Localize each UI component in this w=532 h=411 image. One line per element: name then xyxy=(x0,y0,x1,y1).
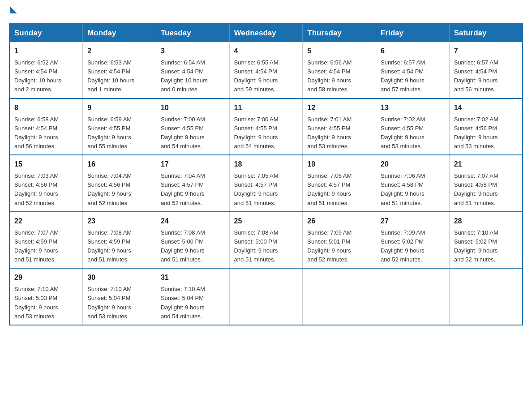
calendar-cell: 28 Sunrise: 7:10 AMSunset: 5:02 PMDaylig… xyxy=(449,212,523,269)
day-info: Sunrise: 7:06 AMSunset: 4:58 PMDaylight:… xyxy=(381,172,425,206)
calendar-cell: 29 Sunrise: 7:10 AMSunset: 5:03 PMDaylig… xyxy=(9,268,83,325)
day-number: 18 xyxy=(234,159,298,170)
calendar-cell xyxy=(376,268,450,325)
day-number: 23 xyxy=(87,216,151,227)
day-number: 16 xyxy=(87,159,151,170)
day-info: Sunrise: 7:10 AMSunset: 5:02 PMDaylight:… xyxy=(454,229,498,263)
calendar-cell: 16 Sunrise: 7:04 AMSunset: 4:56 PMDaylig… xyxy=(83,155,156,212)
calendar-cell: 17 Sunrise: 7:04 AMSunset: 4:57 PMDaylig… xyxy=(156,155,229,212)
calendar-cell: 22 Sunrise: 7:07 AMSunset: 4:59 PMDaylig… xyxy=(9,212,83,269)
day-number: 21 xyxy=(454,159,518,170)
day-number: 13 xyxy=(381,103,445,113)
day-info: Sunrise: 6:55 AMSunset: 4:54 PMDaylight:… xyxy=(234,59,279,93)
calendar-cell: 24 Sunrise: 7:08 AMSunset: 5:00 PMDaylig… xyxy=(156,212,229,269)
day-info: Sunrise: 7:05 AMSunset: 4:57 PMDaylight:… xyxy=(234,172,279,206)
calendar-cell: 8 Sunrise: 6:58 AMSunset: 4:54 PMDayligh… xyxy=(9,98,83,155)
day-info: Sunrise: 6:52 AMSunset: 4:54 PMDaylight:… xyxy=(14,59,61,93)
calendar-week-row: 22 Sunrise: 7:07 AMSunset: 4:59 PMDaylig… xyxy=(9,212,523,269)
day-info: Sunrise: 7:09 AMSunset: 5:01 PMDaylight:… xyxy=(307,229,352,263)
day-info: Sunrise: 7:00 AMSunset: 4:55 PMDaylight:… xyxy=(234,116,279,150)
calendar-week-row: 8 Sunrise: 6:58 AMSunset: 4:54 PMDayligh… xyxy=(9,98,523,155)
day-number: 28 xyxy=(454,216,518,227)
day-number: 6 xyxy=(381,46,445,56)
page-header xyxy=(9,9,523,14)
calendar-cell: 20 Sunrise: 7:06 AMSunset: 4:58 PMDaylig… xyxy=(376,155,450,212)
day-info: Sunrise: 7:03 AMSunset: 4:56 PMDaylight:… xyxy=(14,172,59,206)
day-info: Sunrise: 6:53 AMSunset: 4:54 PMDaylight:… xyxy=(87,59,134,93)
calendar-cell xyxy=(229,268,303,325)
calendar-day-header: Saturday xyxy=(449,24,523,42)
day-number: 1 xyxy=(14,46,78,56)
calendar-cell: 30 Sunrise: 7:10 AMSunset: 5:04 PMDaylig… xyxy=(83,268,156,325)
calendar-cell: 1 Sunrise: 6:52 AMSunset: 4:54 PMDayligh… xyxy=(9,42,83,98)
day-info: Sunrise: 7:06 AMSunset: 4:57 PMDaylight:… xyxy=(307,172,352,206)
day-info: Sunrise: 7:04 AMSunset: 4:57 PMDaylight:… xyxy=(161,172,205,206)
calendar-cell: 6 Sunrise: 6:57 AMSunset: 4:54 PMDayligh… xyxy=(376,42,450,98)
day-number: 29 xyxy=(14,272,78,283)
calendar-cell: 4 Sunrise: 6:55 AMSunset: 4:54 PMDayligh… xyxy=(229,42,303,98)
day-info: Sunrise: 7:07 AMSunset: 4:59 PMDaylight:… xyxy=(14,229,59,263)
calendar-cell: 31 Sunrise: 7:10 AMSunset: 5:04 PMDaylig… xyxy=(156,268,229,325)
calendar-cell xyxy=(449,268,523,325)
day-info: Sunrise: 7:07 AMSunset: 4:58 PMDaylight:… xyxy=(454,172,498,206)
calendar-cell: 21 Sunrise: 7:07 AMSunset: 4:58 PMDaylig… xyxy=(449,155,523,212)
day-info: Sunrise: 7:00 AMSunset: 4:55 PMDaylight:… xyxy=(161,116,205,150)
day-number: 2 xyxy=(87,46,151,56)
day-number: 9 xyxy=(87,103,151,113)
day-number: 17 xyxy=(161,159,225,170)
day-number: 10 xyxy=(161,103,225,113)
day-number: 5 xyxy=(307,46,371,56)
calendar-cell: 26 Sunrise: 7:09 AMSunset: 5:01 PMDaylig… xyxy=(303,212,376,269)
day-info: Sunrise: 6:54 AMSunset: 4:54 PMDaylight:… xyxy=(161,59,208,93)
logo-arrow-icon xyxy=(10,6,17,13)
day-number: 8 xyxy=(14,103,78,113)
calendar-cell: 10 Sunrise: 7:00 AMSunset: 4:55 PMDaylig… xyxy=(156,98,229,155)
day-number: 3 xyxy=(161,46,225,56)
calendar-cell: 7 Sunrise: 6:57 AMSunset: 4:54 PMDayligh… xyxy=(449,42,523,98)
day-info: Sunrise: 7:02 AMSunset: 4:55 PMDaylight:… xyxy=(381,116,425,150)
day-info: Sunrise: 7:08 AMSunset: 5:00 PMDaylight:… xyxy=(161,229,205,263)
day-info: Sunrise: 6:57 AMSunset: 4:54 PMDaylight:… xyxy=(381,59,425,93)
calendar-week-row: 29 Sunrise: 7:10 AMSunset: 5:03 PMDaylig… xyxy=(9,268,523,325)
day-info: Sunrise: 7:09 AMSunset: 5:02 PMDaylight:… xyxy=(381,229,425,263)
calendar-cell: 2 Sunrise: 6:53 AMSunset: 4:54 PMDayligh… xyxy=(83,42,156,98)
calendar-day-header: Monday xyxy=(83,24,156,42)
calendar-day-header: Thursday xyxy=(303,24,376,42)
day-info: Sunrise: 7:04 AMSunset: 4:56 PMDaylight:… xyxy=(87,172,132,206)
calendar-cell: 13 Sunrise: 7:02 AMSunset: 4:55 PMDaylig… xyxy=(376,98,450,155)
day-number: 30 xyxy=(87,272,151,283)
calendar-cell: 5 Sunrise: 6:56 AMSunset: 4:54 PMDayligh… xyxy=(303,42,376,98)
day-info: Sunrise: 6:59 AMSunset: 4:55 PMDaylight:… xyxy=(87,116,132,150)
day-number: 31 xyxy=(161,272,225,283)
calendar-cell: 14 Sunrise: 7:02 AMSunset: 4:56 PMDaylig… xyxy=(449,98,523,155)
calendar-cell: 12 Sunrise: 7:01 AMSunset: 4:55 PMDaylig… xyxy=(303,98,376,155)
calendar-day-header: Wednesday xyxy=(229,24,303,42)
day-info: Sunrise: 7:10 AMSunset: 5:04 PMDaylight:… xyxy=(161,286,205,319)
day-number: 22 xyxy=(14,216,78,227)
calendar-header-row: SundayMondayTuesdayWednesdayThursdayFrid… xyxy=(9,24,523,42)
calendar-table: SundayMondayTuesdayWednesdayThursdayFrid… xyxy=(9,23,523,325)
calendar-cell: 19 Sunrise: 7:06 AMSunset: 4:57 PMDaylig… xyxy=(303,155,376,212)
calendar-cell: 23 Sunrise: 7:08 AMSunset: 4:59 PMDaylig… xyxy=(83,212,156,269)
day-info: Sunrise: 7:01 AMSunset: 4:55 PMDaylight:… xyxy=(307,116,352,150)
day-info: Sunrise: 6:57 AMSunset: 4:54 PMDaylight:… xyxy=(454,59,498,93)
calendar-cell: 27 Sunrise: 7:09 AMSunset: 5:02 PMDaylig… xyxy=(376,212,450,269)
calendar-cell: 25 Sunrise: 7:08 AMSunset: 5:00 PMDaylig… xyxy=(229,212,303,269)
day-info: Sunrise: 7:02 AMSunset: 4:56 PMDaylight:… xyxy=(454,116,498,150)
calendar-cell xyxy=(303,268,376,325)
day-number: 11 xyxy=(234,103,298,113)
day-number: 27 xyxy=(381,216,445,227)
day-info: Sunrise: 7:10 AMSunset: 5:04 PMDaylight:… xyxy=(87,286,132,319)
day-number: 4 xyxy=(234,46,298,56)
day-info: Sunrise: 7:10 AMSunset: 5:03 PMDaylight:… xyxy=(14,286,59,319)
day-number: 14 xyxy=(454,103,518,113)
day-info: Sunrise: 7:08 AMSunset: 4:59 PMDaylight:… xyxy=(87,229,132,263)
calendar-week-row: 1 Sunrise: 6:52 AMSunset: 4:54 PMDayligh… xyxy=(9,42,523,98)
day-number: 15 xyxy=(14,159,78,170)
day-info: Sunrise: 6:56 AMSunset: 4:54 PMDaylight:… xyxy=(307,59,352,93)
calendar-cell: 3 Sunrise: 6:54 AMSunset: 4:54 PMDayligh… xyxy=(156,42,229,98)
logo xyxy=(9,9,17,14)
day-number: 12 xyxy=(307,103,371,113)
calendar-cell: 11 Sunrise: 7:00 AMSunset: 4:55 PMDaylig… xyxy=(229,98,303,155)
calendar-cell: 9 Sunrise: 6:59 AMSunset: 4:55 PMDayligh… xyxy=(83,98,156,155)
